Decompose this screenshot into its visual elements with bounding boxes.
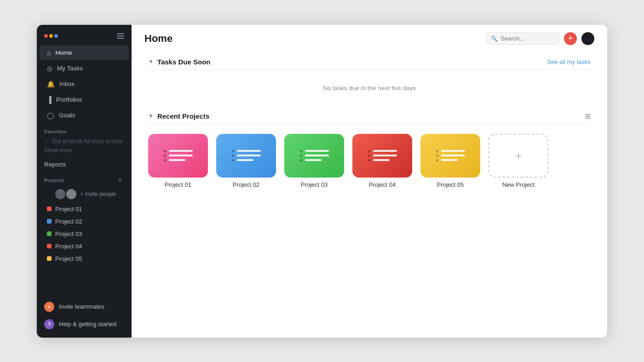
sidebar-project-1[interactable]: Project 01 [40,203,129,215]
help-icon: ? [44,319,54,329]
project-card-4[interactable]: Project 04 [352,134,412,188]
project-card-2-label: Project 02 [233,181,260,188]
project-card-2[interactable]: Project 02 [216,134,276,188]
page-title: Home [144,33,172,45]
app-logo [44,34,58,38]
new-project-inner: + [489,134,548,178]
add-button[interactable]: + [564,32,577,45]
bar-chart-icon: ▐ [47,96,52,103]
sidebar-project-2-label: Project 02 [55,218,82,225]
topbar: Home 🔍 + [132,25,607,50]
search-input[interactable] [500,35,554,42]
sidebar-item-portfolios-label: Portfolios [56,96,82,103]
team-avatars-row: + Invite people [37,187,132,203]
logo-dot-blue [54,34,58,38]
content-area: ▼ Tasks Due Soon See all my tasks No tas… [132,50,607,338]
goals-icon: ◯ [47,112,54,119]
sidebar-item-goals[interactable]: ◯ Goals [40,108,129,123]
project-card-3-inner [284,134,344,178]
add-project-button[interactable]: + [116,176,124,184]
sidebar-project-1-label: Project 01 [55,206,82,213]
sidebar-item-goals-label: Goals [59,112,75,119]
sidebar-project-4-label: Project 04 [55,243,82,250]
project-card-5[interactable]: Project 05 [420,134,480,188]
logo-dot-yellow [49,34,53,38]
project-card-4-label: Project 04 [369,181,396,188]
invite-teammates-icon: + [44,302,54,312]
recent-projects-section: ▼ Recent Projects ⊞ [148,112,591,188]
check-icon: ◎ [47,65,52,72]
avatar-2 [55,189,65,199]
tasks-section-title: Tasks Due Soon [157,58,211,66]
invite-teammates-label: Invite teammates [59,303,104,310]
sidebar-item-inbox[interactable]: 🔔 Inbox [40,77,129,92]
project-card-5-label: Project 05 [437,181,464,188]
sidebar-header [37,25,132,45]
avatar-1 [44,189,54,199]
sidebar-item-my-tasks[interactable]: ◎ My Tasks [40,61,129,76]
grid-view-icon[interactable]: ⊞ [585,112,591,121]
project-2-icon [232,150,261,161]
project-5-icon [436,150,465,161]
star-icon: ☆ [44,138,49,144]
home-icon: ⌂ [47,49,51,57]
user-avatar[interactable] [581,32,594,45]
sidebar-item-my-tasks-label: My Tasks [57,65,83,72]
projects-grid: Project 01 Project 02 [148,132,591,188]
recent-projects-title: Recent Projects [157,112,209,120]
project-3-icon [300,150,329,161]
projects-header: Projects + [37,172,132,187]
project-card-1[interactable]: Project 01 [148,134,208,188]
sidebar-project-4[interactable]: Project 04 [40,241,129,252]
project-dot-2 [47,219,52,224]
projects-chevron-icon[interactable]: ▼ [148,113,154,119]
sidebar-project-5[interactable]: Project 05 [40,253,129,264]
project-card-5-inner [420,134,480,178]
new-project-card[interactable]: + New Project [489,134,548,188]
project-card-3[interactable]: Project 03 [284,134,344,188]
tasks-due-soon-section: ▼ Tasks Due Soon See all my tasks No tas… [148,58,591,103]
search-icon: 🔍 [491,35,498,42]
sidebar-item-inbox-label: Inbox [59,80,75,87]
sidebar: ⌂ Home ◎ My Tasks 🔔 Inbox ▐ Portfolios ◯… [37,25,132,338]
show-more-button[interactable]: Show more [37,146,132,157]
new-project-label: New Project [502,181,535,188]
see-all-tasks-link[interactable]: See all my tasks [547,58,591,65]
project-dot-4 [47,244,52,248]
projects-title-row: ▼ Recent Projects [148,112,209,120]
projects-section-header: ▼ Recent Projects ⊞ [148,112,591,125]
project-1-icon [164,150,193,161]
tasks-chevron-icon[interactable]: ▼ [148,58,154,65]
projects-section-label: Projects [44,178,64,183]
help-getting-started-button[interactable]: ? Help & getting started [37,316,132,333]
topbar-right: 🔍 + [486,32,594,45]
no-tasks-message: No tasks due in the next five days [148,77,591,103]
sidebar-item-home[interactable]: ⌂ Home [40,46,129,60]
sidebar-project-3[interactable]: Project 03 [40,228,129,240]
sidebar-project-2[interactable]: Project 02 [40,216,129,227]
sidebar-item-home-label: Home [55,49,72,56]
project-card-4-inner [352,134,412,178]
sidebar-project-3-label: Project 03 [55,230,82,237]
project-card-1-inner [148,134,208,178]
tasks-section-header: ▼ Tasks Due Soon See all my tasks [148,58,591,70]
project-card-3-label: Project 03 [301,181,328,188]
tasks-title-row: ▼ Tasks Due Soon [148,58,210,66]
sidebar-item-portfolios[interactable]: ▐ Portfolios [40,92,129,107]
invite-people-button[interactable]: + Invite people [80,191,116,197]
invite-teammates-button[interactable]: + Invite teammates [37,298,132,316]
hamburger-icon[interactable] [117,33,124,39]
project-card-1-label: Project 01 [165,181,192,188]
search-box[interactable]: 🔍 [486,32,559,45]
favorites-hint: ☆ Star projects for easy access [37,136,132,146]
project-dot-5 [47,256,52,261]
avatar-3 [66,189,76,199]
project-dot-1 [47,207,52,211]
help-label: Help & getting started [59,321,116,328]
favorites-section-label: Favorites [37,123,132,136]
main-content: Home 🔍 + ▼ Tasks Due Soon See all [132,25,607,338]
logo-dot-red [44,34,48,38]
new-project-plus-icon: + [515,149,522,163]
project-dot-3 [47,231,52,236]
sidebar-item-reports[interactable]: Reports [37,157,132,172]
